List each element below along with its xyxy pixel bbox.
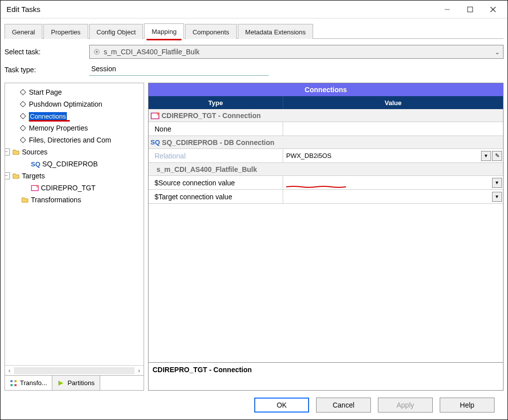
cancel-button[interactable]: Cancel — [316, 398, 371, 413]
folder-icon — [12, 172, 20, 180]
tree-sources-child[interactable]: SQSQ_CDIREPROB — [7, 158, 143, 170]
maximize-button[interactable] — [459, 2, 482, 17]
red-underline-icon — [286, 186, 346, 188]
svg-rect-6 — [20, 89, 25, 95]
scroll-left-icon[interactable]: ‹ — [5, 367, 14, 374]
cell-type: $Source connection value — [149, 176, 283, 189]
grid-section[interactable]: CDIREPRO_TGT - Connection — [149, 109, 503, 122]
subtab-partitions[interactable]: Partitions — [52, 376, 100, 390]
tree-connections[interactable]: Connections — [7, 110, 143, 122]
svg-rect-12 — [10, 380, 12, 382]
cell-value[interactable]: PWX_DB2i5OS ▾ ✎ — [283, 149, 503, 162]
subtab-label: Partitions — [67, 379, 94, 387]
grid-row[interactable]: $Target connection value ▾ — [149, 190, 503, 204]
tab-strip: General Properties Config Object Mapping… — [4, 21, 504, 38]
svg-rect-13 — [14, 380, 16, 382]
grid-section[interactable]: s_m_CDI_AS400_Flatfile_Bulk — [149, 163, 503, 176]
tree-item-label: Start Page — [29, 88, 62, 96]
tree-targets-child[interactable]: CDIREPRO_TGT — [7, 182, 143, 194]
tab-label: Mapping — [152, 28, 176, 35]
tree-item-label: Pushdown Optimization — [29, 100, 102, 108]
tab-label: Properties — [51, 28, 80, 36]
tree-transformations[interactable]: Transformations — [7, 194, 143, 206]
close-button[interactable] — [482, 2, 505, 17]
tree-targets[interactable]: −Targets — [7, 170, 143, 182]
tree-memory[interactable]: Memory Properties — [7, 122, 143, 134]
horizontal-scrollbar[interactable]: ‹› — [5, 365, 144, 375]
task-type-label: Task type: — [4, 66, 89, 74]
diamond-icon — [19, 88, 27, 96]
folder-icon — [12, 148, 20, 156]
dropdown-arrow-button[interactable]: ▾ — [492, 192, 502, 202]
apply-button: Apply — [378, 398, 433, 413]
svg-rect-1 — [468, 7, 473, 12]
tab-metadata-extensions[interactable]: Metadata Extensions — [238, 24, 313, 39]
left-panel: Start Page Pushdown Optimization Connect… — [4, 83, 144, 391]
help-button[interactable]: Help — [440, 398, 495, 413]
collapse-icon[interactable]: − — [5, 172, 10, 179]
ok-button[interactable]: OK — [254, 398, 309, 413]
cell-type: $Target connection value — [149, 190, 283, 203]
tree-item-label: Connections — [29, 112, 67, 120]
col-header-value: Value — [283, 96, 503, 109]
grid-header: Type Value — [149, 96, 503, 109]
grid-row[interactable]: Relational PWX_DB2i5OS ▾ ✎ — [149, 149, 503, 163]
tab-mapping[interactable]: Mapping — [144, 23, 184, 39]
minimize-button[interactable] — [436, 2, 459, 17]
subtab-label: Transfo... — [20, 379, 47, 387]
svg-rect-15 — [14, 384, 16, 386]
tree-files[interactable]: Files, Directories and Com — [7, 134, 143, 146]
diamond-icon — [19, 112, 27, 120]
grid-row[interactable]: $Source connection value ▾ — [149, 176, 503, 190]
gear-icon — [93, 48, 101, 56]
select-task-dropdown[interactable]: s_m_CDI_AS400_Flatfile_Bulk ⌄ — [89, 45, 504, 59]
svg-rect-7 — [20, 101, 25, 107]
col-header-type: Type — [149, 96, 283, 109]
dropdown-arrow-button[interactable]: ▾ — [492, 178, 502, 188]
grid-section[interactable]: SQ SQ_CDIREPROB - DB Connection — [149, 136, 503, 149]
edit-pencil-button[interactable]: ✎ — [492, 151, 502, 161]
window-title: Edit Tasks — [6, 5, 40, 13]
select-task-value: s_m_CDI_AS400_Flatfile_Bulk — [104, 48, 199, 56]
subtab-transformation[interactable]: Transfo... — [5, 376, 52, 390]
cell-value[interactable]: ▾ — [283, 176, 503, 189]
folder-icon — [21, 196, 29, 204]
tree-pushdown[interactable]: Pushdown Optimization — [7, 98, 143, 110]
svg-rect-8 — [20, 113, 25, 119]
button-bar: OK Cancel Apply Help — [4, 391, 504, 415]
sq-icon: SQ — [151, 139, 160, 146]
tab-label: General — [12, 28, 35, 36]
tab-label: Config Object — [97, 28, 136, 36]
sq-icon: SQ — [31, 160, 40, 168]
tab-general[interactable]: General — [4, 24, 42, 39]
tree-item-label: SQ_CDIREPROB — [42, 160, 98, 168]
tab-config-object[interactable]: Config Object — [89, 24, 144, 39]
tab-components[interactable]: Components — [185, 24, 237, 39]
target-icon — [31, 184, 39, 192]
svg-point-5 — [96, 51, 98, 53]
grid-section-label: s_m_CDI_AS400_Flatfile_Bulk — [157, 165, 257, 173]
svg-rect-14 — [10, 384, 12, 386]
tree-sources[interactable]: −Sources — [7, 146, 143, 158]
red-underline-icon — [147, 39, 181, 40]
cell-value[interactable] — [283, 122, 503, 136]
scroll-right-icon[interactable]: › — [135, 367, 144, 374]
connections-grid: Connections Type Value CDIREPRO_TGT - Co… — [148, 83, 504, 391]
grid-footer: CDIREPRO_TGT - Connection — [149, 362, 503, 390]
diamond-icon — [19, 124, 27, 132]
svg-marker-16 — [58, 381, 63, 386]
collapse-icon[interactable]: − — [5, 148, 10, 155]
cell-value[interactable]: ▾ — [283, 190, 503, 203]
chevron-down-icon: ⌄ — [495, 48, 500, 56]
tab-label: Components — [192, 28, 229, 36]
tree-item-label: Transformations — [31, 196, 81, 204]
grid-row[interactable]: None — [149, 122, 503, 136]
tree-start-page[interactable]: Start Page — [7, 86, 143, 98]
tab-properties[interactable]: Properties — [43, 24, 88, 39]
dropdown-arrow-button[interactable]: ▾ — [481, 151, 491, 161]
select-task-label: Select task: — [4, 48, 89, 56]
cell-type: Relational — [149, 149, 283, 162]
diamond-icon — [19, 136, 27, 144]
diamond-icon — [19, 100, 27, 108]
subtabs: Transfo... Partitions — [5, 375, 144, 390]
